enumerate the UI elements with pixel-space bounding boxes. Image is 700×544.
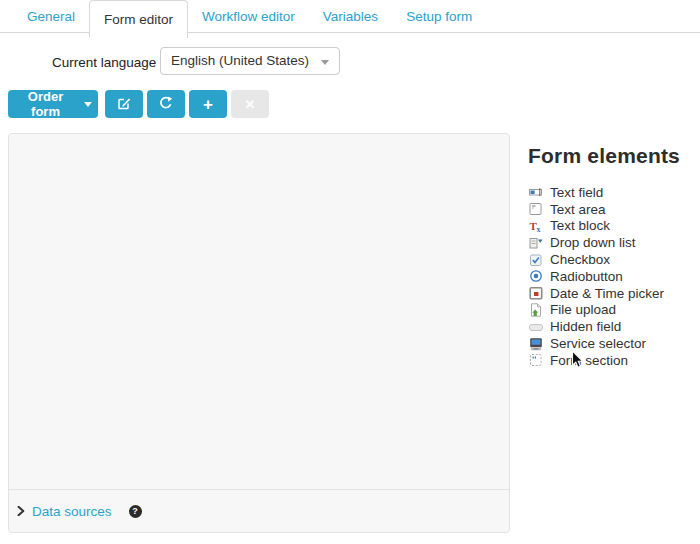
form-element-label: Drop down list	[550, 235, 636, 250]
text-block-icon: T x	[528, 219, 543, 233]
tab-variables[interactable]: Variables	[309, 0, 392, 33]
tab-bar: General Form editor Workflow editor Vari…	[0, 0, 700, 33]
form-elements-panel: Form elements Text field Text area	[528, 144, 693, 369]
checkbox-icon	[528, 253, 543, 267]
file-upload-icon	[528, 303, 543, 317]
form-element-label: Date & Time picker	[550, 286, 664, 301]
plus-icon: +	[203, 96, 213, 113]
form-element-label: Checkbox	[550, 252, 610, 267]
text-area-icon	[528, 202, 543, 216]
drop-down-list-icon	[528, 236, 543, 250]
form-elements-title: Form elements	[528, 144, 693, 168]
caret-down-icon	[84, 102, 92, 107]
form-section-icon	[528, 353, 543, 367]
delete-element-button-disabled: ✕	[231, 90, 269, 118]
language-select-value: English (United States)	[171, 53, 309, 68]
form-elements-list: Text field Text area T x Text block	[528, 184, 693, 369]
data-sources-link[interactable]: Data sources	[32, 504, 112, 519]
form-element-label: Service selector	[550, 336, 646, 351]
current-language-label: Current language	[52, 55, 156, 70]
help-icon[interactable]: ?	[129, 505, 142, 518]
language-select[interactable]: English (United States)	[160, 47, 340, 75]
form-element-service-selector[interactable]: Service selector	[528, 335, 693, 352]
date-time-picker-icon	[528, 286, 543, 300]
form-canvas[interactable]: Data sources ?	[8, 133, 510, 533]
form-element-form-section[interactable]: Form section	[528, 352, 693, 369]
chevron-down-icon	[321, 60, 329, 65]
form-element-label: Text area	[550, 202, 606, 217]
form-element-radiobutton[interactable]: Radiobutton	[528, 268, 693, 285]
form-element-text-block[interactable]: T x Text block	[528, 218, 693, 235]
chevron-right-icon	[17, 506, 25, 516]
tab-setup-form[interactable]: Setup form	[392, 0, 486, 33]
form-element-label: Form section	[550, 353, 628, 368]
mouse-cursor	[571, 350, 584, 374]
form-element-checkbox[interactable]: Checkbox	[528, 251, 693, 268]
form-element-label: Radiobutton	[550, 269, 623, 284]
form-element-label: File upload	[550, 302, 616, 317]
form-element-text-field[interactable]: Text field	[528, 184, 693, 201]
data-sources-footer: Data sources ?	[9, 489, 509, 532]
close-icon: ✕	[245, 97, 256, 112]
add-element-button[interactable]: +	[189, 90, 227, 118]
form-element-label: Text field	[550, 185, 603, 200]
refresh-icon	[159, 96, 173, 113]
order-form-dropdown-button[interactable]: Order form	[8, 90, 98, 118]
form-element-date-time-picker[interactable]: Date & Time picker	[528, 285, 693, 302]
form-element-drop-down-list[interactable]: Drop down list	[528, 234, 693, 251]
form-element-label: Hidden field	[550, 319, 621, 334]
service-selector-icon	[528, 337, 543, 351]
edit-icon	[117, 96, 131, 113]
order-form-label: Order form	[14, 89, 77, 119]
radiobutton-icon	[528, 269, 543, 283]
form-element-label: Text block	[550, 218, 610, 233]
text-field-icon	[528, 185, 543, 199]
tab-form-editor[interactable]: Form editor	[89, 0, 188, 38]
tab-general[interactable]: General	[13, 0, 89, 33]
refresh-form-button[interactable]	[147, 90, 185, 118]
form-element-hidden-field[interactable]: Hidden field	[528, 318, 693, 335]
edit-form-button[interactable]	[105, 90, 143, 118]
tab-workflow-editor[interactable]: Workflow editor	[188, 0, 309, 33]
form-element-file-upload[interactable]: File upload	[528, 302, 693, 319]
hidden-field-icon	[528, 320, 543, 334]
form-element-text-area[interactable]: Text area	[528, 201, 693, 218]
svg-text:x: x	[536, 224, 540, 233]
